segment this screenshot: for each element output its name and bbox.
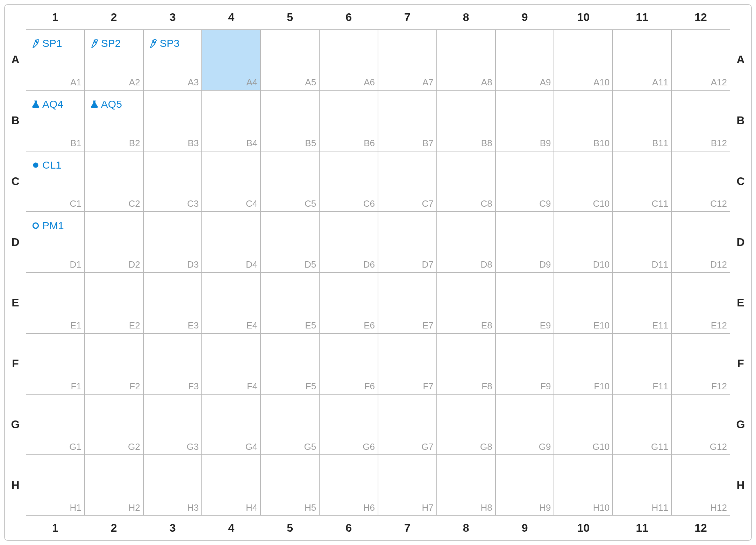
- well-C8[interactable]: C8: [437, 151, 495, 212]
- well-E6[interactable]: E6: [319, 272, 378, 333]
- well-D8[interactable]: D8: [437, 212, 495, 272]
- well-D9[interactable]: D9: [495, 212, 554, 272]
- well-F9[interactable]: F9: [495, 333, 554, 394]
- well-H9[interactable]: H9: [495, 455, 554, 516]
- well-coord-label: E5: [305, 320, 316, 331]
- well-G4[interactable]: G4: [202, 394, 261, 455]
- well-D3[interactable]: D3: [143, 212, 202, 272]
- well-F8[interactable]: F8: [437, 333, 495, 394]
- well-B5[interactable]: B5: [261, 90, 319, 151]
- well-H6[interactable]: H6: [319, 455, 378, 516]
- well-D2[interactable]: D2: [85, 212, 143, 272]
- well-G2[interactable]: G2: [85, 394, 143, 455]
- well-coord-label: A5: [305, 77, 316, 88]
- well-B3[interactable]: B3: [143, 90, 202, 151]
- well-B7[interactable]: B7: [378, 90, 437, 151]
- well-E3[interactable]: E3: [143, 272, 202, 333]
- well-C5[interactable]: C5: [261, 151, 319, 212]
- well-B9[interactable]: B9: [495, 90, 554, 151]
- well-A9[interactable]: A9: [495, 29, 554, 90]
- well-F6[interactable]: F6: [319, 333, 378, 394]
- well-coord-label: B11: [652, 138, 668, 149]
- well-C12[interactable]: C12: [671, 151, 730, 212]
- well-G9[interactable]: G9: [495, 394, 554, 455]
- well-E7[interactable]: E7: [378, 272, 437, 333]
- well-B11[interactable]: B11: [613, 90, 671, 151]
- well-H10[interactable]: H10: [554, 455, 613, 516]
- well-B6[interactable]: B6: [319, 90, 378, 151]
- well-G6[interactable]: G6: [319, 394, 378, 455]
- well-H3[interactable]: H3: [143, 455, 202, 516]
- well-F10[interactable]: F10: [554, 333, 613, 394]
- well-A8[interactable]: A8: [437, 29, 495, 90]
- well-D1[interactable]: PM1D1: [26, 212, 85, 272]
- well-E12[interactable]: E12: [671, 272, 730, 333]
- well-F4[interactable]: F4: [202, 333, 261, 394]
- well-E5[interactable]: E5: [261, 272, 319, 333]
- well-C11[interactable]: C11: [613, 151, 671, 212]
- well-B10[interactable]: B10: [554, 90, 613, 151]
- well-E10[interactable]: E10: [554, 272, 613, 333]
- well-G5[interactable]: G5: [261, 394, 319, 455]
- well-E11[interactable]: E11: [613, 272, 671, 333]
- well-C10[interactable]: C10: [554, 151, 613, 212]
- well-D12[interactable]: D12: [671, 212, 730, 272]
- well-D7[interactable]: D7: [378, 212, 437, 272]
- well-H11[interactable]: H11: [613, 455, 671, 516]
- well-B4[interactable]: B4: [202, 90, 261, 151]
- well-C3[interactable]: C3: [143, 151, 202, 212]
- well-A3[interactable]: SP3A3: [143, 29, 202, 90]
- well-C4[interactable]: C4: [202, 151, 261, 212]
- well-C9[interactable]: C9: [495, 151, 554, 212]
- well-D10[interactable]: D10: [554, 212, 613, 272]
- well-G11[interactable]: G11: [613, 394, 671, 455]
- well-E9[interactable]: E9: [495, 272, 554, 333]
- well-H8[interactable]: H8: [437, 455, 495, 516]
- well-coord-label: E11: [652, 320, 668, 331]
- well-F5[interactable]: F5: [261, 333, 319, 394]
- well-A11[interactable]: A11: [613, 29, 671, 90]
- well-C1[interactable]: CL1C1: [26, 151, 85, 212]
- well-B12[interactable]: B12: [671, 90, 730, 151]
- well-C2[interactable]: C2: [85, 151, 143, 212]
- well-A5[interactable]: A5: [261, 29, 319, 90]
- well-B1[interactable]: AQ4B1: [26, 90, 85, 151]
- well-E8[interactable]: E8: [437, 272, 495, 333]
- well-F3[interactable]: F3: [143, 333, 202, 394]
- well-F12[interactable]: F12: [671, 333, 730, 394]
- well-G10[interactable]: G10: [554, 394, 613, 455]
- well-D4[interactable]: D4: [202, 212, 261, 272]
- well-G1[interactable]: G1: [26, 394, 85, 455]
- well-A6[interactable]: A6: [319, 29, 378, 90]
- well-E1[interactable]: E1: [26, 272, 85, 333]
- well-E2[interactable]: E2: [85, 272, 143, 333]
- well-G7[interactable]: G7: [378, 394, 437, 455]
- well-F7[interactable]: F7: [378, 333, 437, 394]
- well-H1[interactable]: H1: [26, 455, 85, 516]
- well-A4[interactable]: A4: [202, 29, 261, 90]
- well-A1[interactable]: SP1A1: [26, 29, 85, 90]
- well-F2[interactable]: F2: [85, 333, 143, 394]
- well-G12[interactable]: G12: [671, 394, 730, 455]
- well-A10[interactable]: A10: [554, 29, 613, 90]
- well-H7[interactable]: H7: [378, 455, 437, 516]
- well-G3[interactable]: G3: [143, 394, 202, 455]
- well-F1[interactable]: F1: [26, 333, 85, 394]
- well-F11[interactable]: F11: [613, 333, 671, 394]
- well-H12[interactable]: H12: [671, 455, 730, 516]
- well-A2[interactable]: SP2A2: [85, 29, 143, 90]
- well-B8[interactable]: B8: [437, 90, 495, 151]
- well-H2[interactable]: H2: [85, 455, 143, 516]
- well-C7[interactable]: C7: [378, 151, 437, 212]
- well-H4[interactable]: H4: [202, 455, 261, 516]
- well-D5[interactable]: D5: [261, 212, 319, 272]
- well-B2[interactable]: AQ5B2: [85, 90, 143, 151]
- well-C6[interactable]: C6: [319, 151, 378, 212]
- well-A12[interactable]: A12: [671, 29, 730, 90]
- well-D6[interactable]: D6: [319, 212, 378, 272]
- well-H5[interactable]: H5: [261, 455, 319, 516]
- well-G8[interactable]: G8: [437, 394, 495, 455]
- well-D11[interactable]: D11: [613, 212, 671, 272]
- well-A7[interactable]: A7: [378, 29, 437, 90]
- well-E4[interactable]: E4: [202, 272, 261, 333]
